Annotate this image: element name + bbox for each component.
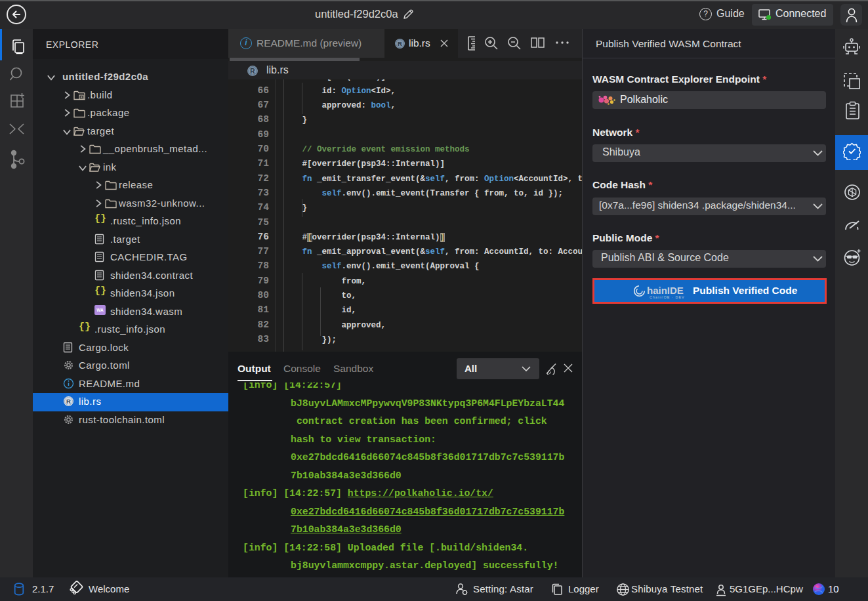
svg-text:R: R (250, 68, 255, 75)
svg-text:R: R (398, 40, 402, 47)
svg-text:R: R (66, 398, 71, 405)
